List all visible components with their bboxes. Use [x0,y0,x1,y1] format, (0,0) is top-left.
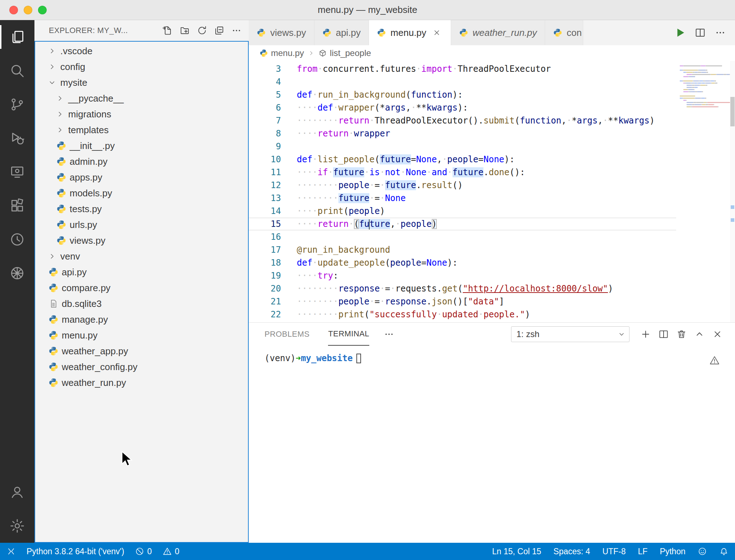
tab-menu.py[interactable]: menu.py [369,20,451,45]
code-editor[interactable]: 3from·concurrent.futures·import·ThreadPo… [249,61,735,322]
panel-tab-terminal[interactable]: TERMINAL [328,323,369,346]
code-line-10[interactable]: 10def·list_people(future=None,·people=No… [249,153,676,166]
tree-item-mysite[interactable]: mysite [35,75,248,90]
tab-weather_run.py[interactable]: weather_run.py [451,20,545,45]
clock-icon [9,232,25,247]
tree-item-weather_config.py[interactable]: weather_config.py [35,359,248,375]
code-line-19[interactable]: 19····try: [249,269,676,282]
activity-item-run-debug[interactable] [0,121,34,155]
status-encoding[interactable]: UTF-8 [602,547,626,556]
tree-item-__pycache__[interactable]: __pycache__ [35,90,248,106]
new-terminal-button[interactable] [637,326,654,342]
code-line-21[interactable]: 21········people·=·response.json()["data… [249,295,676,308]
new-file-button[interactable] [160,23,175,38]
activity-item-remote-explorer[interactable] [0,155,34,189]
code-line-4[interactable]: 4 [249,75,676,88]
code-line-9[interactable]: 9 [249,140,676,153]
editor-scrollbar[interactable] [730,61,735,322]
python-icon [48,267,58,277]
panel-tab-problems[interactable]: PROBLEMS [264,323,309,346]
activity-item-clock-tool[interactable] [0,223,34,256]
tree-item-templates[interactable]: templates [35,122,248,138]
tree-item-tests.py[interactable]: tests.py [35,201,248,217]
terminal[interactable]: (venv) ➜ my_website [249,346,735,543]
code-line-5[interactable]: 5def·run_in_background(function): [249,88,676,101]
close-panel-button[interactable] [709,326,726,342]
run-python-file-button[interactable] [672,24,688,41]
refresh-explorer-button[interactable] [195,23,209,38]
tree-item-weather_app.py[interactable]: weather_app.py [35,343,248,359]
minimap[interactable] [676,61,730,322]
code-line-8[interactable]: 8····return·wrapper [249,127,676,140]
code-line-14[interactable]: 14····print(people) [249,205,676,218]
breadcrumb-item-menu.py[interactable]: menu.py [259,48,304,58]
tree-item-venv[interactable]: venv [35,248,248,264]
status-notifications[interactable] [719,547,729,556]
code-line-11[interactable]: 11····if·future·is·not·None·and·future.d… [249,166,676,179]
tree-item-admin.py[interactable]: admin.py [35,154,248,169]
activity-item-source-control[interactable] [0,88,34,121]
tree-item-config[interactable]: config [35,59,248,75]
code-line-18[interactable]: 18def·update_people(people=None): [249,256,676,269]
maximize-panel-button[interactable] [691,326,708,342]
code-line-13[interactable]: 13········future·=·None [249,192,676,205]
close-tab-button[interactable] [431,27,443,39]
status-python-interpreter[interactable]: Python 3.8.2 64-bit ('venv') [27,547,124,556]
activity-item-explorer[interactable] [0,20,34,54]
scrollbar-slider[interactable] [730,97,735,126]
tree-item-migrations[interactable]: migrations [35,106,248,122]
tree-item-manage.py[interactable]: manage.py [35,312,248,327]
terminal-warning-indicator[interactable] [709,355,720,368]
status-cursor-position[interactable]: Ln 15, Col 15 [492,547,541,556]
activity-item-extensions[interactable] [0,189,34,223]
activity-item-account[interactable] [0,475,34,509]
split-editor-button[interactable] [692,24,708,41]
tab-api.py[interactable]: api.py [314,20,369,45]
activity-item-settings[interactable] [0,509,34,543]
tree-item-.vscode[interactable]: .vscode [35,43,248,59]
kill-terminal-button[interactable] [673,326,690,342]
code-line-6[interactable]: 6····def·wrapper(*args,·**kwargs): [249,101,676,114]
code-line-20[interactable]: 20········response·=·requests.get("http:… [249,282,676,295]
zoom-window-button[interactable] [38,6,47,14]
activity-item-search[interactable] [0,54,34,88]
tree-item-weather_run.py[interactable]: weather_run.py [35,375,248,391]
collapse-folders-button[interactable] [212,23,226,38]
breadcrumb-item-list_people[interactable]: list_people [318,48,371,58]
status-feedback[interactable] [698,547,707,556]
status-language-mode[interactable]: Python [660,547,685,556]
tab-con[interactable]: con [545,20,583,45]
new-folder-button[interactable] [178,23,192,38]
more-editor-actions-button[interactable] [712,24,729,41]
tree-item-apps.py[interactable]: apps.py [35,169,248,185]
status-indentation[interactable]: Spaces: 4 [553,547,590,556]
tab-views.py[interactable]: views.py [249,20,314,45]
code-line-12[interactable]: 12········people·=·future.result() [249,179,676,192]
tree-item-urls.py[interactable]: urls.py [35,217,248,233]
tree-item-views.py[interactable]: views.py [35,233,248,248]
status-eol[interactable]: LF [638,547,648,556]
split-terminal-button[interactable] [655,326,672,342]
tree-item-menu.py[interactable]: menu.py [35,327,248,343]
code-line-22[interactable]: 22········print("successfully·updated·pe… [249,308,676,321]
tree-item-models.py[interactable]: models.py [35,185,248,201]
code-line-15[interactable]: 15····return·(future,·people) [249,218,676,230]
code-line-7[interactable]: 7········return·ThreadPoolExecutor().sub… [249,114,676,127]
tree-item-db.sqlite3[interactable]: db.sqlite3 [35,296,248,312]
more-actions-button[interactable] [229,23,244,38]
status-problems-errors[interactable]: 0 [135,547,152,556]
minimize-window-button[interactable] [24,6,32,14]
activity-item-kubernetes[interactable] [0,256,34,290]
code-line-17[interactable]: 17@run_in_background [249,243,676,256]
code-line-3[interactable]: 3from·concurrent.futures·import·ThreadPo… [249,62,676,75]
panel-more-actions[interactable] [384,329,394,340]
tree-item-api.py[interactable]: api.py [35,264,248,280]
tree-item-__init__.py[interactable]: __init__.py [35,138,248,154]
tree-item-compare.py[interactable]: compare.py [35,280,248,296]
status-problems-warnings[interactable]: 0 [163,547,179,556]
minimap-line [680,72,728,73]
close-window-button[interactable] [9,6,18,14]
terminal-picker[interactable]: 1: zsh [511,326,629,342]
code-line-16[interactable]: 16 [249,230,676,243]
status-remote-indicator[interactable] [6,547,16,556]
